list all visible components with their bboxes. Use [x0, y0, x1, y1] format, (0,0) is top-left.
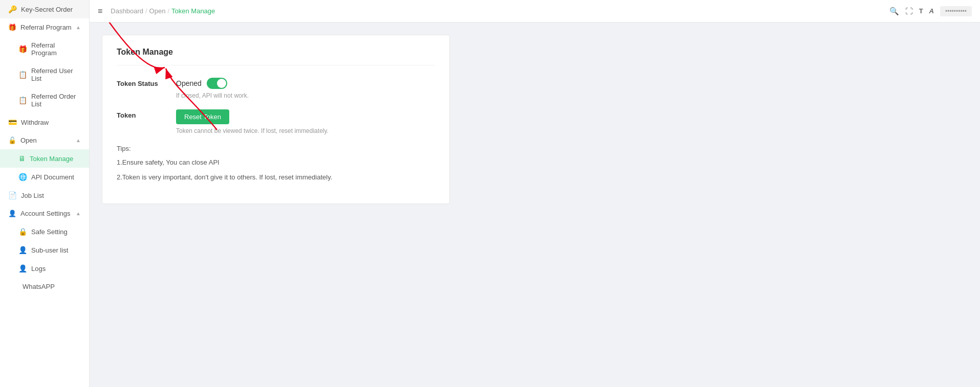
logs-icon: 👤 — [18, 264, 27, 272]
gift-sub-icon: 🎁 — [18, 45, 27, 53]
token-label: Token — [117, 109, 168, 119]
translate-icon[interactable]: A — [929, 7, 934, 15]
page-content: Token Manage Token Status Opened If clos… — [90, 22, 980, 387]
sidebar-item-sub-user-list[interactable]: 👤 Sub-user list — [0, 241, 89, 259]
token-manage-card: Token Manage Token Status Opened If clos… — [102, 35, 450, 204]
main-area: ≡ Dashboard / Open / Token Manage 🔍 ⛶ T … — [90, 0, 980, 387]
sidebar-item-safe-setting[interactable]: 🔒 Safe Setting — [0, 222, 89, 241]
topbar-right: 🔍 ⛶ T A •••••••••• — [889, 6, 972, 16]
content-wrapper: Token Manage Token Status Opened If clos… — [102, 35, 968, 204]
chevron-up-icon-account: ▲ — [76, 211, 81, 216]
sub-user-icon: 👤 — [18, 246, 27, 254]
sidebar-item-whatsapp[interactable]: WhatsAPP — [0, 278, 89, 295]
tip-item-2: 2.Token is very important, don't give it… — [117, 172, 435, 183]
tip-item-1: 1.Ensure safety, You can close API — [117, 157, 435, 168]
breadcrumb-sep2: / — [167, 7, 169, 15]
breadcrumb-dashboard[interactable]: Dashboard — [111, 7, 143, 15]
wallet-icon: 💳 — [8, 118, 17, 126]
token-hint: Token cannot be viewed twice. If lost, r… — [176, 127, 329, 134]
fullscreen-icon[interactable]: ⛶ — [905, 7, 913, 15]
breadcrumb-sep1: / — [145, 7, 147, 15]
user-info: •••••••••• — [940, 6, 972, 16]
sidebar-item-logs[interactable]: 👤 Logs — [0, 259, 89, 278]
token-status-text: Opened — [176, 79, 202, 87]
tips-section: Tips: 1.Ensure safety, You can close API… — [117, 145, 435, 183]
globe-icon: 🌐 — [18, 173, 27, 181]
sidebar-item-key-secret-order[interactable]: 🔑 Key-Secret Order — [0, 0, 89, 18]
sidebar-item-token-manage[interactable]: 🖥 Token Manage — [0, 149, 89, 168]
token-status-row: Token Status Opened If closed, API will … — [117, 78, 435, 99]
sidebar-item-referral-program-header[interactable]: 🎁 Referral Program ▲ — [0, 18, 89, 36]
key-icon: 🔑 — [8, 5, 17, 13]
token-row: Token Reset Token — [117, 109, 435, 134]
token-status-value-wrap: Opened If closed, API will not work. — [176, 78, 249, 99]
open-icon: 🔓 — [8, 136, 16, 144]
sidebar-item-withdraw[interactable]: 💳 Withdraw — [0, 113, 89, 131]
chevron-up-icon-open: ▲ — [76, 138, 81, 143]
breadcrumb: Dashboard / Open / Token Manage — [111, 7, 215, 15]
sidebar-item-open-header[interactable]: 🔓 Open ▲ — [0, 131, 89, 149]
text-size-icon[interactable]: T — [919, 7, 923, 15]
breadcrumb-current: Token Manage — [171, 7, 215, 15]
search-icon[interactable]: 🔍 — [889, 7, 899, 16]
sidebar-item-referral-program[interactable]: 🎁 Referral Program — [0, 36, 89, 62]
gift-icon: 🎁 — [8, 24, 16, 31]
reset-token-button[interactable]: Reset Token — [176, 109, 229, 124]
sidebar-item-referred-user-list[interactable]: 📋 Referred User List — [0, 62, 89, 87]
reset-token-container: Reset Token — [176, 109, 329, 124]
token-value-wrap: Reset Token — [176, 109, 329, 134]
token-status-hint: If closed, API will not work. — [176, 92, 249, 99]
chevron-up-icon: ▲ — [76, 25, 81, 30]
token-status-label: Token Status — [117, 78, 168, 87]
sidebar-item-job-list[interactable]: 📄 Job List — [0, 186, 89, 204]
sidebar-item-api-document[interactable]: 🌐 API Document — [0, 168, 89, 186]
sidebar-item-referred-order-list[interactable]: 📋 Referred Order List — [0, 87, 89, 113]
sidebar-item-account-settings-header[interactable]: 👤 Account Settings ▲ — [0, 204, 89, 222]
card-title: Token Manage — [117, 48, 435, 65]
token-status-toggle[interactable] — [207, 78, 227, 89]
monitor-icon: 🖥 — [18, 154, 26, 163]
topbar-left: ≡ Dashboard / Open / Token Manage — [98, 7, 215, 16]
sidebar: 🔑 Key-Secret Order 🎁 Referral Program ▲ … — [0, 0, 90, 387]
lock-icon: 🔒 — [18, 227, 27, 236]
breadcrumb-open[interactable]: Open — [149, 7, 166, 15]
user-icon: 👤 — [8, 210, 16, 217]
menu-icon[interactable]: ≡ — [98, 7, 102, 16]
order-list-icon: 📋 — [18, 96, 27, 104]
topbar: ≡ Dashboard / Open / Token Manage 🔍 ⛶ T … — [90, 0, 980, 22]
list-icon: 📋 — [18, 71, 27, 79]
doc-icon: 📄 — [8, 191, 17, 199]
tips-title: Tips: — [117, 145, 435, 152]
toggle-wrap: Opened — [176, 78, 249, 89]
